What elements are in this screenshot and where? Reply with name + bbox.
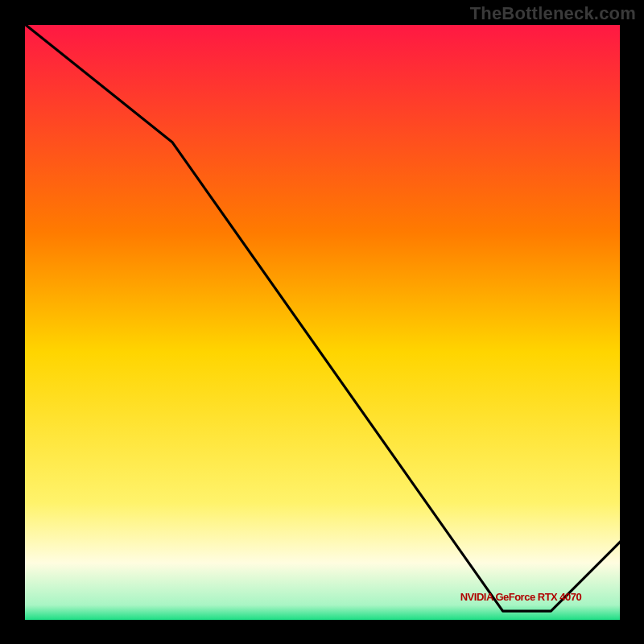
- svg-rect-0: [22, 22, 623, 623]
- series-annotation: NVIDIA GeForce RTX 4070: [460, 591, 582, 603]
- plot-area: NVIDIA GeForce RTX 4070: [22, 22, 623, 623]
- chart-stage: { "watermark": "TheBottleneck.com", "plo…: [0, 0, 644, 644]
- watermark-text: TheBottleneck.com: [470, 3, 636, 24]
- gradient-background: [22, 22, 623, 623]
